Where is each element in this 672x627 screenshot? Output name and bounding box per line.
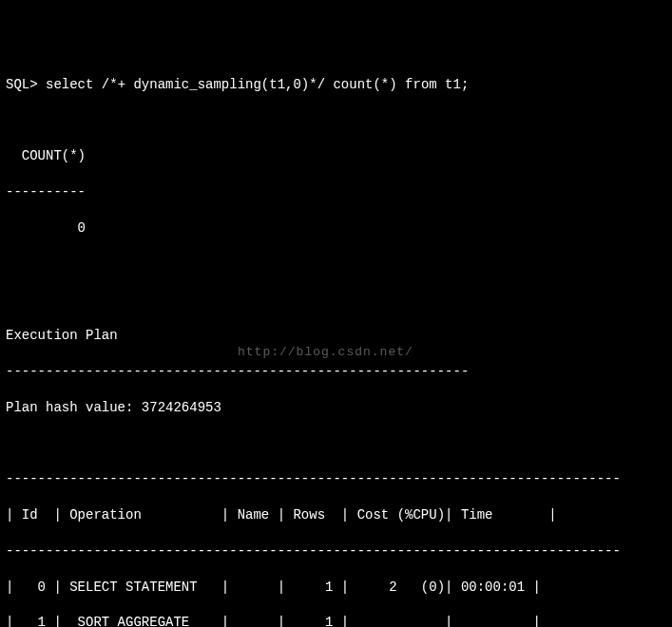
plan-table-row: | 0 | SELECT STATEMENT | | 1 | 2 (0)| 00… [6, 579, 666, 597]
plan-table-divider-mid: ----------------------------------------… [6, 542, 666, 560]
blank-line [6, 291, 666, 309]
blank-line [6, 255, 666, 273]
sql-prompt-line: SQL> select /*+ dynamic_sampling(t1,0)*/… [6, 76, 666, 94]
execution-plan-title: Execution Plan [6, 327, 666, 345]
plan-table-header: | Id | Operation | Name | Rows | Cost (%… [6, 506, 666, 524]
sql-prompt-prefix: SQL> [6, 77, 46, 92]
blank-line [6, 111, 666, 129]
count-divider: ---------- [6, 183, 666, 201]
count-header: COUNT(*) [6, 147, 666, 165]
sql-command: select /*+ dynamic_sampling(t1,0)*/ coun… [46, 77, 469, 92]
count-value: 0 [6, 219, 666, 238]
blank-line [6, 434, 666, 452]
plan-table-row: | 1 | SORT AGGREGATE | | 1 | | | [6, 614, 666, 627]
plan-table-divider-top: ----------------------------------------… [6, 470, 666, 488]
watermark-text: http://blog.csdn.net/ [238, 344, 413, 361]
execution-plan-divider: ----------------------------------------… [6, 363, 666, 381]
plan-hash-value: Plan hash value: 3724264953 [6, 399, 666, 417]
